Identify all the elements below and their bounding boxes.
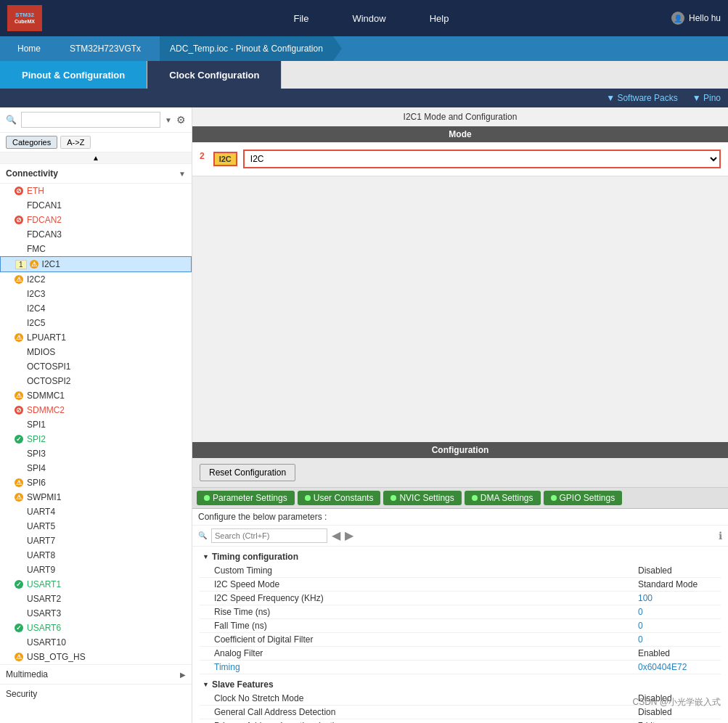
tree-item-uart8[interactable]: UART8 <box>0 548 192 563</box>
tree-item-fdcan3[interactable]: FDCAN3 <box>0 227 192 242</box>
tab-pinout[interactable]: Pinout & Configuration <box>0 61 147 89</box>
breadcrumb-bar: Home STM32H723VGTx ADC_Temp.ioc - Pinout… <box>0 36 728 61</box>
tree-item-usart10[interactable]: USART10 <box>0 635 192 650</box>
breadcrumb-home-label[interactable]: Home <box>7 36 51 61</box>
breadcrumb-home[interactable]: Home <box>7 36 60 61</box>
tree-item-label-usart2: USART2 <box>27 594 61 604</box>
tree-item-usart3[interactable]: USART3 <box>0 606 192 621</box>
tree-item-spi1[interactable]: SPI1 <box>0 417 192 432</box>
menu-file[interactable]: File <box>294 13 309 24</box>
content-area: I2C1 Mode and Configuration Mode 2 I2C I… <box>192 107 728 723</box>
mode-section-header: Mode <box>192 126 728 142</box>
breadcrumb-file[interactable]: ADC_Temp.ioc - Pinout & Configuration <box>160 36 342 61</box>
tree-item-mdios[interactable]: MDIOS <box>0 345 192 359</box>
tree-item-swpmi1[interactable]: ⚠SWPMI1 <box>0 490 192 505</box>
settings-tab-parameter[interactable]: Parameter Settings <box>197 491 295 505</box>
tree-item-i2c1[interactable]: 1⚠I2C1 <box>0 256 192 272</box>
status-dot-uart8 <box>15 551 23 560</box>
tree-item-spi4[interactable]: SPI4 <box>0 461 192 475</box>
multimedia-section[interactable]: Multimedia ▶ <box>0 664 192 684</box>
reset-btn[interactable]: Reset Configuration <box>200 464 295 481</box>
param-name: I2C Speed Frequency (KHz) <box>214 593 631 603</box>
sub-tab-pino[interactable]: ▼ Pino <box>692 93 721 103</box>
nvic-tab-dot <box>390 495 396 501</box>
logo-area: STM32 CubeMX <box>7 5 42 31</box>
tree-item-lpuart1[interactable]: ⚠LPUART1 <box>0 330 192 345</box>
status-dot-i2c3 <box>15 290 23 298</box>
tree-item-label-i2c1: I2C1 <box>42 259 60 269</box>
tree-item-uart4[interactable]: UART4 <box>0 505 192 519</box>
tree-item-uart7[interactable]: UART7 <box>0 534 192 548</box>
tree-item-label-i2c4: I2C4 <box>27 303 45 314</box>
tree-item-spi6[interactable]: ⚠SPI6 <box>0 475 192 490</box>
status-dot-uart4 <box>15 507 23 516</box>
sidebar-tab-az[interactable]: A->Z <box>60 136 91 149</box>
tree-item-uart5[interactable]: UART5 <box>0 519 192 534</box>
tree-item-usart1[interactable]: ✓USART1 <box>0 577 192 592</box>
connectivity-section-header[interactable]: Connectivity ▼ <box>0 164 192 184</box>
tree-item-i2c3[interactable]: I2C3 <box>0 287 192 301</box>
user-constants-tab-dot <box>305 495 311 501</box>
tree-item-i2c2[interactable]: ⚠I2C2 <box>0 272 192 287</box>
timing-group-header[interactable]: ▼ Timing configuration <box>200 550 721 564</box>
tree-item-sdmmc1[interactable]: ⚠SDMMC1 <box>0 388 192 403</box>
status-dot-fdcan2: ⊘ <box>15 216 23 224</box>
tree-item-spi2[interactable]: ✓SPI2 <box>0 432 192 446</box>
tree-item-eth[interactable]: ⊘ETH <box>0 184 192 198</box>
tree-item-fmc[interactable]: FMC <box>0 242 192 256</box>
tree-item-octospi1[interactable]: OCTOSPI1 <box>0 359 192 374</box>
breadcrumb-device[interactable]: STM32H723VGTx <box>60 36 160 61</box>
settings-icon[interactable]: ⚙ <box>176 114 186 126</box>
menu-help[interactable]: Help <box>430 13 449 24</box>
param-search-forward[interactable]: ▶ <box>345 528 353 542</box>
timing-group-label: Timing configuration <box>212 552 298 562</box>
tree-item-i2c4[interactable]: I2C4 <box>0 301 192 316</box>
tree-item-label-usart10: USART10 <box>27 637 66 648</box>
param-name: Coefficient of Digital Filter <box>214 634 631 645</box>
tree-item-i2c5[interactable]: I2C5 <box>0 316 192 330</box>
tree-item-usart6[interactable]: ✓USART6 <box>0 621 192 635</box>
tree-item-label-uart9: UART9 <box>27 565 55 575</box>
tree-item-label-lpuart1: LPUART1 <box>27 332 66 343</box>
tree-item-spi3[interactable]: SPI3 <box>0 446 192 461</box>
settings-tab-dma[interactable]: DMA Settings <box>465 491 541 505</box>
settings-tab-gpio[interactable]: GPIO Settings <box>544 491 623 505</box>
tree-item-label-sdmmc1: SDMMC1 <box>27 391 65 401</box>
security-section[interactable]: Security <box>0 684 192 703</box>
breadcrumb-device-label[interactable]: STM32H723VGTx <box>60 36 151 61</box>
slave-group-header[interactable]: ▼ Slave Features <box>200 677 721 692</box>
menu-window[interactable]: Window <box>352 13 385 24</box>
settings-tab-user-constants[interactable]: User Constants <box>298 491 381 505</box>
tree-item-label-usart6: USART6 <box>27 623 61 633</box>
param-name: Analog Filter <box>214 648 631 658</box>
status-dot-fdcan1 <box>15 201 23 210</box>
tab-clock[interactable]: Clock Configuration <box>147 61 282 89</box>
connectivity-label: Connectivity <box>6 168 179 179</box>
tree-item-sdmmc2[interactable]: ⊘SDMMC2 <box>0 403 192 417</box>
status-dot-mdios <box>15 348 23 356</box>
sidebar-tab-categories[interactable]: Categories <box>6 136 57 149</box>
timing-expand-icon: ▼ <box>203 553 209 560</box>
status-dot-uart9 <box>15 565 23 574</box>
tree-item-usart2[interactable]: USART2 <box>0 592 192 606</box>
scroll-up-btn[interactable]: ▲ <box>0 152 192 164</box>
tree-item-fdcan1[interactable]: FDCAN1 <box>0 198 192 213</box>
slave-expand-icon: ▼ <box>203 681 209 688</box>
breadcrumb-file-label[interactable]: ADC_Temp.ioc - Pinout & Configuration <box>160 36 333 61</box>
param-value: Standard Mode <box>631 579 718 589</box>
tree-item-usb_otg_hs[interactable]: ⚠USB_OTG_HS <box>0 650 192 664</box>
tree-item-fdcan2[interactable]: ⊘FDCAN2 <box>0 213 192 227</box>
tree-item-octospi2[interactable]: OCTOSPI2 <box>0 374 192 388</box>
param-search-back[interactable]: ◀ <box>332 528 340 542</box>
tree-item-label-mdios: MDIOS <box>27 347 55 357</box>
tree-item-label-i2c5: I2C5 <box>27 318 45 328</box>
param-name: Timing <box>214 662 631 672</box>
dropdown-arrow[interactable]: ▼ <box>165 116 172 124</box>
mode-select[interactable]: I2C Disable <box>243 150 721 168</box>
tree-item-uart9[interactable]: UART9 <box>0 563 192 577</box>
param-row: I2C Speed Frequency (KHz)100 <box>200 592 721 605</box>
settings-tab-nvic[interactable]: NVIC Settings <box>383 491 461 505</box>
param-search-input[interactable] <box>211 528 327 543</box>
sub-tab-software-packs[interactable]: ▼ Software Packs <box>606 93 678 103</box>
sidebar-search-input[interactable] <box>21 112 160 128</box>
